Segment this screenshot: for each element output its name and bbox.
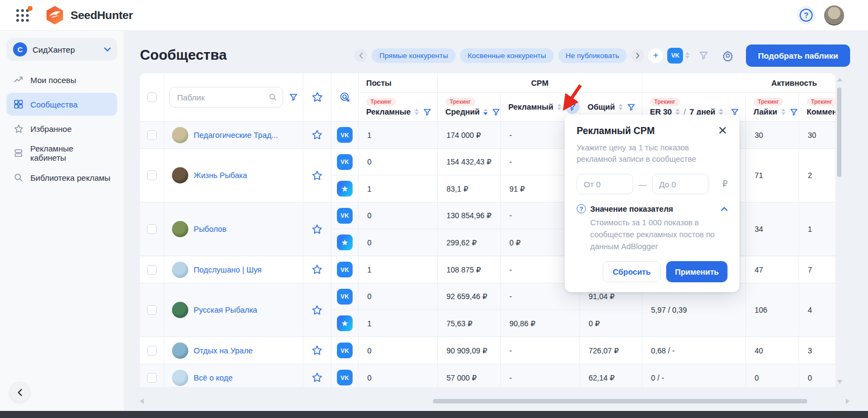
target-click-icon[interactable] xyxy=(339,91,351,103)
sidebar-item-label: Мои посевы xyxy=(30,75,76,85)
row-checkbox[interactable] xyxy=(147,130,157,140)
row-checkbox[interactable] xyxy=(147,305,157,315)
tracking-badge: Трекинг xyxy=(445,98,475,106)
vk-icon[interactable]: VK xyxy=(337,289,353,305)
sort-carets-icon[interactable] xyxy=(414,109,419,115)
user-avatar[interactable] xyxy=(824,5,844,26)
sidebar-collapse-button[interactable] xyxy=(10,382,30,402)
scroll-right-arrow[interactable] xyxy=(846,398,850,404)
favorite-star-icon[interactable] xyxy=(311,305,323,316)
likes-value: 40 xyxy=(745,337,799,364)
community-avatar xyxy=(172,302,188,318)
favorite-star-icon[interactable] xyxy=(311,372,323,383)
sort-carets-icon[interactable] xyxy=(483,109,488,115)
platform-cell: VK xyxy=(331,256,358,283)
row-checkbox[interactable] xyxy=(147,346,157,356)
search-icon xyxy=(269,93,277,102)
sort-carets-icon[interactable] xyxy=(618,104,623,110)
platform-cell: VK xyxy=(331,283,358,310)
favorite-star-icon[interactable] xyxy=(311,170,323,181)
ad-posts-filter-button[interactable] xyxy=(423,107,432,117)
tags-scroll-right-button[interactable] xyxy=(631,49,644,62)
community-link[interactable]: Русская Рыбалка xyxy=(194,306,257,314)
favorite-column-icon[interactable] xyxy=(311,91,323,103)
table-settings-button[interactable] xyxy=(721,49,734,62)
favorite-star-icon[interactable] xyxy=(311,224,323,235)
seedhunter-logo[interactable]: SeedHunter xyxy=(44,5,133,26)
favorite-star-icon[interactable] xyxy=(311,345,323,356)
vk-icon[interactable]: VK xyxy=(337,262,353,277)
sidebar-item-communities[interactable]: Сообщества xyxy=(7,93,117,116)
apply-button[interactable]: Применить xyxy=(666,261,727,282)
vk-icon[interactable]: VK xyxy=(337,127,353,143)
vk-icon[interactable]: VK xyxy=(337,154,353,170)
star-app-icon[interactable]: ★ xyxy=(337,315,353,331)
public-search-input[interactable] xyxy=(176,92,269,103)
ad-posts-value: 0 xyxy=(358,337,437,364)
star-app-icon[interactable]: ★ xyxy=(337,235,353,250)
platform-sort-control[interactable]: VK xyxy=(667,48,690,64)
column-label: Общий xyxy=(588,103,615,111)
community-link[interactable]: Педагогические Трад... xyxy=(194,131,278,140)
sidebar-item-ad-library[interactable]: Библиотека рекламы xyxy=(7,166,117,189)
avg-cpm-value: 92 659,46 ₽ xyxy=(437,283,500,310)
ad-cpm-filter-button-active[interactable] xyxy=(565,100,579,114)
scroll-left-arrow[interactable] xyxy=(140,398,144,404)
select-publics-button[interactable]: Подобрать паблики xyxy=(746,45,850,67)
tag-direct-competitors[interactable]: Прямые конкуренты xyxy=(372,48,456,63)
community-link[interactable]: Жизнь Рыбака xyxy=(194,171,247,180)
scroll-up-arrow[interactable] xyxy=(837,78,843,81)
toolbar-filter-button[interactable] xyxy=(697,49,710,62)
sort-carets-icon[interactable] xyxy=(781,109,786,115)
tag-do-not-publish[interactable]: Не публиковать xyxy=(558,48,627,63)
community-name-cell: Рыболов xyxy=(164,202,303,256)
sidebar-item-ad-cabinets[interactable]: Рекламные кабинеты xyxy=(7,142,117,164)
horizontal-scrollbar[interactable] xyxy=(140,398,852,404)
star-icon xyxy=(13,123,24,134)
vk-icon[interactable]: VK xyxy=(337,208,353,224)
sidebar-item-label: Избранное xyxy=(30,124,72,134)
column-label: Рекламные xyxy=(366,107,411,116)
row-checkbox[interactable] xyxy=(147,170,157,180)
cpm-from-input[interactable] xyxy=(577,174,633,194)
comments-value: 2 xyxy=(799,149,835,202)
vk-icon: VK xyxy=(667,48,683,64)
vk-icon[interactable]: VK xyxy=(337,370,353,385)
community-link[interactable]: Всё о коде xyxy=(194,373,233,382)
help-button[interactable]: ? xyxy=(797,6,815,24)
apps-menu-icon[interactable] xyxy=(16,8,30,22)
star-app-icon[interactable]: ★ xyxy=(337,181,353,197)
vertical-scrollbar[interactable] xyxy=(837,77,842,385)
tags-scroll-left-button[interactable] xyxy=(354,49,367,62)
account-switcher[interactable]: С СидХантер xyxy=(7,38,117,61)
sidebar-item-favorites[interactable]: Избранное xyxy=(7,117,117,140)
row-checkbox[interactable] xyxy=(147,265,157,275)
community-link[interactable]: Подслушано | Шуя xyxy=(194,265,261,274)
brand-name: SeedHunter xyxy=(71,9,133,22)
likes-filter-button[interactable] xyxy=(789,107,799,117)
vk-icon[interactable]: VK xyxy=(337,343,353,358)
vertical-scrollbar-thumb[interactable] xyxy=(837,87,841,177)
close-icon[interactable] xyxy=(718,125,727,136)
public-filter-button[interactable] xyxy=(289,92,298,102)
community-link[interactable]: Рыболов xyxy=(194,225,227,233)
total-cpm-filter-button[interactable] xyxy=(627,103,636,112)
sort-carets-icon[interactable] xyxy=(557,104,561,110)
select-all-checkbox[interactable] xyxy=(147,92,157,102)
cpm-to-input[interactable] xyxy=(652,174,709,194)
favorite-star-icon[interactable] xyxy=(311,129,323,141)
avg-cpm-filter-button[interactable] xyxy=(492,107,500,117)
tag-indirect-competitors[interactable]: Косвенные конкуренты xyxy=(460,48,554,63)
row-checkbox[interactable] xyxy=(147,224,157,234)
scroll-down-arrow[interactable] xyxy=(837,380,843,384)
public-search[interactable] xyxy=(169,87,283,107)
horizontal-scrollbar-thumb[interactable] xyxy=(433,399,807,403)
favorite-star-icon[interactable] xyxy=(311,264,323,275)
chevron-up-icon[interactable] xyxy=(721,207,727,211)
add-tag-button[interactable]: + xyxy=(648,48,663,63)
sidebar-item-my-seeds[interactable]: Мои посевы xyxy=(7,68,117,91)
avg-cpm-value: 90 909,09 ₽ xyxy=(437,337,500,364)
reset-button[interactable]: Сбросить xyxy=(603,261,661,282)
row-checkbox[interactable] xyxy=(147,373,157,383)
community-link[interactable]: Отдых на Урале xyxy=(194,346,253,355)
